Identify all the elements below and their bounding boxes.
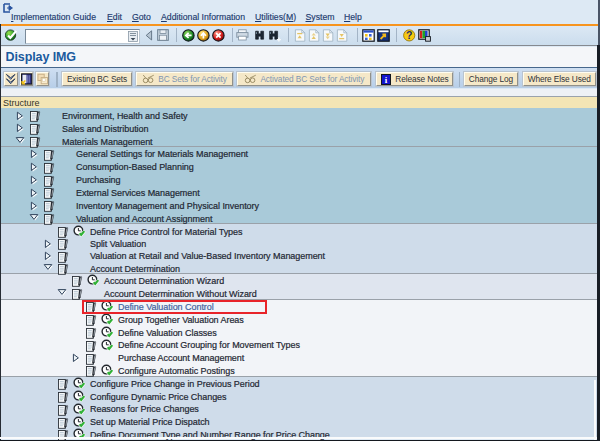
- svg-text:?: ?: [406, 29, 412, 41]
